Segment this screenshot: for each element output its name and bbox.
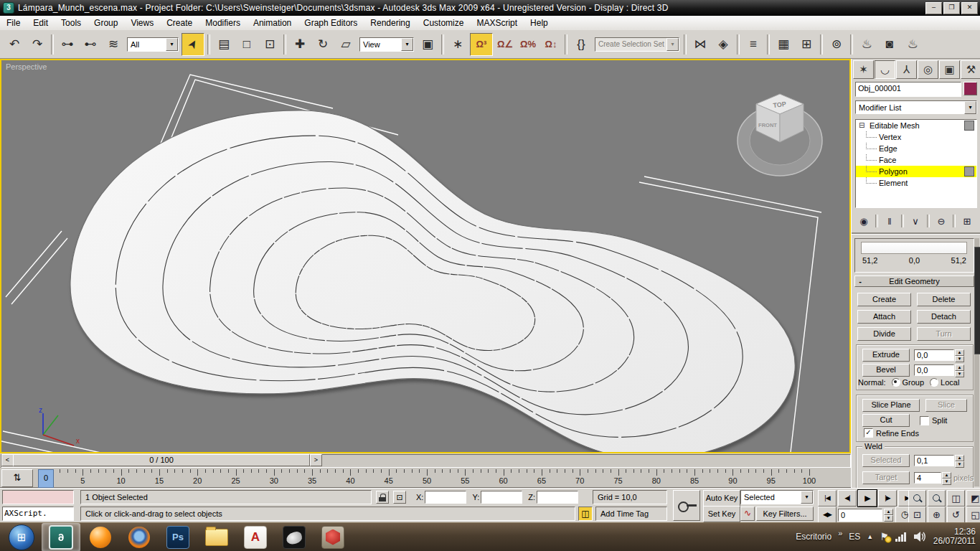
clock[interactable]: 12:36 26/07/2011 bbox=[933, 527, 976, 546]
chevron-down-icon[interactable]: ▾ bbox=[666, 38, 679, 51]
menu-animation[interactable]: Animation bbox=[247, 17, 298, 30]
rectangular-selection-region-icon[interactable]: □ bbox=[236, 34, 258, 55]
edit-geometry-rollout-header[interactable]: - Edit Geometry bbox=[854, 276, 974, 287]
stack-item-face[interactable]: Face bbox=[856, 154, 976, 166]
create-selection-set-input[interactable]: Create Selection Set▾ bbox=[595, 37, 679, 52]
tab-modify-icon[interactable]: ◡ bbox=[875, 60, 895, 79]
create-button[interactable]: Create bbox=[857, 293, 911, 306]
previous-frame-icon[interactable]: ◀| bbox=[838, 490, 857, 507]
split-label[interactable]: Split bbox=[932, 416, 947, 425]
zoom-region-icon[interactable]: ⊡ bbox=[908, 507, 926, 523]
arc-rotate-icon[interactable]: ↺ bbox=[947, 507, 965, 523]
named-selection-sets-icon[interactable]: {} bbox=[570, 34, 592, 55]
open-mini-curve-editor-button[interactable]: ⇅ bbox=[1, 469, 33, 487]
time-tag-icon[interactable]: ◫ bbox=[578, 507, 593, 521]
tab-utilities-icon[interactable]: ⚒ bbox=[961, 60, 980, 79]
schematic-view-icon[interactable]: ⊞ bbox=[796, 34, 817, 55]
modifier-list-dropdown[interactable]: Modifier List ▾ bbox=[855, 100, 977, 114]
add-time-tag[interactable]: Add Time Tag bbox=[595, 507, 667, 521]
taskbar-3dsmax[interactable]: 6 bbox=[42, 523, 80, 551]
chevron-down-icon[interactable]: ▾ bbox=[401, 38, 413, 51]
viewcube-front-label[interactable]: FRONT bbox=[758, 122, 777, 128]
select-object-icon[interactable]: ➤ bbox=[182, 33, 204, 56]
key-filter-selected-dropdown[interactable]: Selected ▾ bbox=[740, 490, 814, 504]
cut-button[interactable]: Cut bbox=[862, 414, 910, 427]
slice-plane-button[interactable]: Slice Plane bbox=[862, 399, 920, 412]
zoom-extents-icon[interactable]: ◫ bbox=[947, 490, 965, 507]
x-coordinate-field[interactable] bbox=[425, 491, 466, 504]
perspective-viewport[interactable]: Perspective bbox=[0, 59, 851, 453]
menu-group[interactable]: Group bbox=[88, 17, 124, 30]
render-setup-icon[interactable]: ♨ bbox=[856, 34, 877, 55]
taskbar-autocad[interactable]: A bbox=[237, 524, 274, 551]
maxscript-listener-box[interactable]: AXScript. bbox=[2, 507, 74, 521]
bevel-spinner[interactable]: ▲▼ bbox=[955, 364, 964, 376]
spinner-snap-icon[interactable]: Ω↕ bbox=[540, 34, 562, 55]
time-slider-prev-button[interactable]: < bbox=[1, 454, 14, 466]
pan-view-icon[interactable]: ⊕ bbox=[928, 507, 946, 523]
default-in-out-tangent-icon[interactable]: ∿ bbox=[740, 507, 755, 521]
network-signal-icon[interactable] bbox=[895, 532, 908, 542]
menu-modifiers[interactable]: Modifiers bbox=[199, 17, 247, 30]
show-end-result-icon[interactable]: ‖ bbox=[881, 213, 898, 229]
set-key-button[interactable]: Set Key bbox=[703, 506, 740, 522]
toolbar-chevron[interactable]: » bbox=[838, 529, 842, 537]
bind-to-space-warp-icon[interactable]: ≋ bbox=[103, 34, 124, 55]
auto-key-button[interactable]: Auto Key bbox=[703, 490, 740, 507]
taskbar-explorer[interactable] bbox=[198, 524, 235, 551]
redo-icon[interactable]: ↷ bbox=[27, 34, 48, 55]
play-icon[interactable]: ▶ bbox=[858, 490, 877, 507]
stack-item-editable-mesh[interactable]: ⊟Editable Mesh bbox=[856, 120, 976, 131]
go-to-start-icon[interactable]: |◀ bbox=[818, 490, 837, 507]
frame-spinner[interactable]: ▲▼ bbox=[884, 509, 893, 522]
normal-local-label[interactable]: Local bbox=[941, 378, 959, 387]
taskbar-gom-player[interactable] bbox=[82, 524, 119, 551]
normal-local-radio[interactable] bbox=[930, 378, 938, 387]
normal-group-radio[interactable] bbox=[892, 378, 900, 387]
snap-toggle-3d-icon[interactable]: Ω³ bbox=[470, 33, 493, 56]
divide-button[interactable]: Divide bbox=[857, 327, 911, 341]
show-hidden-icons[interactable]: ▲ bbox=[867, 533, 873, 540]
weld-threshold-spinner[interactable]: ▲▼ bbox=[955, 455, 964, 466]
maximize-button[interactable]: ❐ bbox=[943, 2, 960, 14]
percent-snap-icon[interactable]: Ω% bbox=[517, 34, 539, 55]
zoom-icon[interactable] bbox=[908, 490, 926, 507]
refine-ends-checkbox[interactable]: ✓ bbox=[864, 428, 873, 438]
collapse-icon[interactable]: ⊟ bbox=[859, 122, 867, 130]
menu-help[interactable]: Help bbox=[524, 17, 555, 30]
mirror-icon[interactable]: ⋈ bbox=[689, 34, 711, 55]
lamp-mesh-object[interactable] bbox=[70, 110, 795, 452]
menu-file[interactable]: File bbox=[0, 17, 27, 30]
z-coordinate-field[interactable] bbox=[537, 491, 578, 504]
delete-button[interactable]: Delete bbox=[917, 293, 971, 306]
extrude-button[interactable]: Extrude bbox=[862, 349, 910, 362]
select-and-scale-icon[interactable]: ▱ bbox=[335, 34, 357, 55]
action-center-flag-icon[interactable]: ⚑ bbox=[880, 531, 889, 542]
tab-motion-icon[interactable]: ◎ bbox=[918, 60, 938, 79]
next-frame-icon[interactable]: |▶ bbox=[878, 490, 897, 507]
panel-scrollbar[interactable] bbox=[974, 238, 979, 486]
unlink-selection-icon[interactable]: ⊷ bbox=[80, 34, 101, 55]
pin-stack-icon[interactable]: ◉ bbox=[855, 213, 872, 229]
show-desktop-label[interactable]: Escritorio bbox=[796, 532, 831, 542]
toggle-set-key-button[interactable] bbox=[673, 490, 700, 521]
taskbar-firefox[interactable] bbox=[121, 524, 158, 551]
tab-display-icon[interactable]: ▣ bbox=[939, 60, 960, 79]
min-max-toggle-icon[interactable]: ◱ bbox=[966, 507, 980, 523]
stack-item-polygon[interactable]: Polygon bbox=[856, 166, 976, 177]
zoom-all-icon[interactable] bbox=[928, 490, 946, 507]
detach-button[interactable]: Detach bbox=[917, 310, 971, 324]
scrollbar-thumb[interactable] bbox=[974, 247, 980, 354]
time-slider-handle[interactable]: 0 / 100 bbox=[13, 454, 310, 466]
select-and-move-icon[interactable]: ✚ bbox=[289, 34, 311, 55]
absolute-mode-icon[interactable]: ⊡ bbox=[393, 491, 406, 504]
object-color-swatch[interactable] bbox=[963, 82, 977, 95]
collapse-icon[interactable]: - bbox=[855, 277, 865, 286]
weld-target-spinner[interactable]: ▲▼ bbox=[942, 472, 951, 484]
macro-recorder-box[interactable] bbox=[2, 490, 74, 504]
menu-edit[interactable]: Edit bbox=[27, 17, 55, 30]
menu-customize[interactable]: Customize bbox=[417, 17, 471, 30]
use-pivot-point-icon[interactable]: ▣ bbox=[417, 34, 438, 55]
menu-maxscript[interactable]: MAXScript bbox=[470, 17, 524, 30]
select-and-rotate-icon[interactable]: ↻ bbox=[312, 34, 334, 55]
